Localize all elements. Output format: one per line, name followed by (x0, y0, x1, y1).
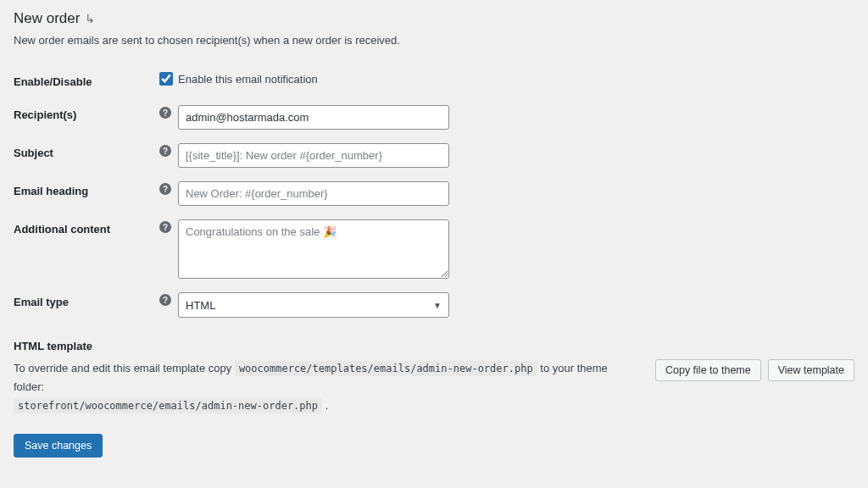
email-type-select[interactable]: HTML ▼ (178, 292, 449, 318)
email-type-label: Email type (14, 286, 159, 324)
email-type-value: HTML (186, 299, 215, 312)
recipients-input[interactable] (178, 105, 449, 130)
heading-input[interactable] (178, 181, 449, 206)
copy-file-button[interactable]: Copy file to theme (655, 359, 761, 381)
page-title: New order ↲ (14, 10, 854, 27)
chevron-down-icon: ▼ (433, 301, 442, 310)
back-arrow-icon[interactable]: ↲ (85, 12, 95, 25)
save-button[interactable]: Save changes (14, 434, 103, 458)
subject-input[interactable] (178, 143, 449, 168)
template-section-label: HTML template (14, 340, 854, 352)
heading-label: Email heading (14, 175, 159, 213)
enable-checkbox-text: Enable this email notification (178, 73, 318, 86)
enable-checkbox-label[interactable]: Enable this email notification (159, 72, 318, 86)
page-title-text: New order (14, 10, 80, 27)
template-source-path: woocommerce/templates/emails/admin-new-o… (235, 361, 537, 376)
subject-label: Subject (14, 136, 159, 175)
template-text-prefix: To override and edit this email template… (14, 362, 231, 374)
help-icon[interactable]: ? (159, 221, 171, 233)
settings-form: Enable/Disable Enable this email notific… (14, 65, 449, 324)
template-override-text: To override and edit this email template… (14, 359, 638, 415)
help-icon[interactable]: ? (159, 294, 171, 306)
additional-label: Additional content (14, 213, 159, 286)
view-template-button[interactable]: View template (768, 359, 854, 381)
enable-checkbox[interactable] (159, 72, 173, 86)
recipients-label: Recipient(s) (14, 98, 159, 136)
additional-content-textarea[interactable] (178, 219, 449, 279)
page-description: New order emails are sent to chosen reci… (14, 34, 854, 47)
help-icon[interactable]: ? (159, 107, 171, 119)
template-dest-path: storefront/woocommerce/emails/admin-new-… (14, 398, 322, 413)
enable-label: Enable/Disable (14, 65, 159, 98)
help-icon[interactable]: ? (159, 145, 171, 157)
help-icon[interactable]: ? (159, 183, 171, 195)
